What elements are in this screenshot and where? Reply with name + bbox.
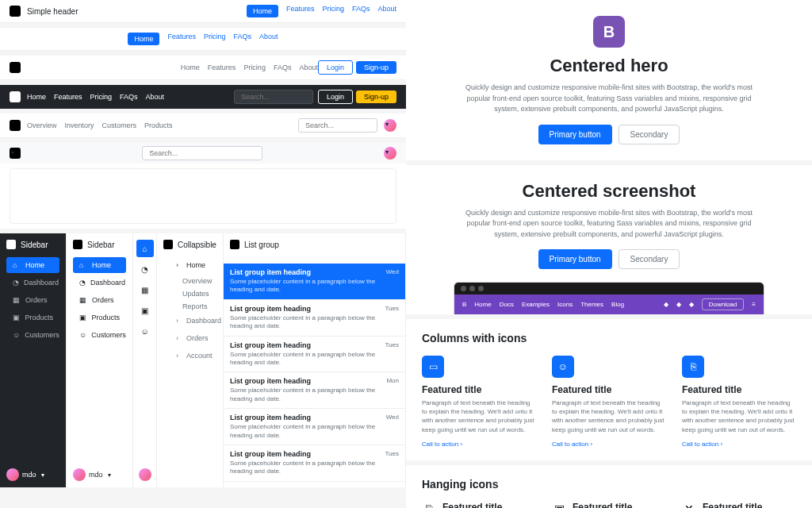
sidebar-icon-dashboard[interactable]: ◔ [136,260,154,278]
avatar-dropdown[interactable] [384,147,396,160]
list-item[interactable]: List group item headingSome placeholder … [224,300,405,337]
social-icon[interactable]: ◆ [664,301,668,308]
nav-faqs[interactable]: FAQs [120,93,138,101]
download-button[interactable]: Download [702,298,745,310]
nav-home[interactable]: Home [247,5,278,17]
sidebar-item-customers[interactable]: ☺Customers [6,327,59,343]
nav-pricing[interactable]: Pricing [322,5,344,17]
sidebar-icon-home[interactable]: ⌂ [136,240,154,257]
nav-pricing[interactable]: Pricing [204,33,226,45]
sidebar-item-home[interactable]: ⌂Home [73,257,126,273]
bnav-home[interactable]: Home [474,301,491,308]
sidebar-item-products[interactable]: ▣Products [6,310,59,325]
cta-link[interactable]: Call to action › [422,441,462,448]
header-dark: Home Features Pricing FAQs About Login S… [0,85,406,109]
sidebar-item-customers[interactable]: ☺Customers [73,327,126,343]
list-item[interactable]: List group item headingSome placeholder … [224,409,405,445]
bnav-examples[interactable]: Examples [522,301,550,308]
sidebar-icon-customers[interactable]: ☺ [136,322,154,340]
nav-faqs[interactable]: FAQs [234,33,252,45]
sub-overview[interactable]: Overview [163,275,216,287]
list-item-day: Tues [385,305,400,312]
primary-button[interactable]: Primary button [538,125,612,144]
nav-faqs[interactable]: FAQs [352,5,370,17]
list-item[interactable]: List group item headingSome placeholder … [224,264,405,300]
bnav-themes[interactable]: Themes [580,301,603,308]
login-button[interactable]: Login [318,90,353,104]
sidebar-icon-orders[interactable]: ▦ [136,281,154,298]
login-button[interactable]: Login [318,60,353,75]
nav-about[interactable]: About [259,33,278,45]
header-login: Home Features Pricing FAQs About Login S… [0,56,406,80]
nav-features[interactable]: Features [167,33,196,45]
list-item-text: Some placeholder content in a paragraph … [230,423,399,440]
header-dashboard: Overview Inventory Customers Products [0,114,406,138]
search-input[interactable] [234,90,313,104]
sub-updates[interactable]: Updates [163,287,216,300]
collapse-home[interactable]: Home [163,257,216,273]
sidebar-item-dashboard[interactable]: ◔Dashboard [73,275,126,291]
nav-home[interactable]: Home [27,93,46,101]
list-item[interactable]: List group item headingSome placeholder … [224,337,405,373]
feature-col: ▣ Featured title Paragraph of text benea… [552,502,666,508]
cta-link[interactable]: Call to action › [682,441,722,448]
user-dropdown[interactable]: mdo [6,468,59,481]
sub-reports[interactable]: Reports [163,300,216,313]
sidebar-icon-products[interactable]: ▣ [136,302,154,319]
primary-button[interactable]: Primary button [538,249,612,269]
list-item-text: Some placeholder content in a paragraph … [230,278,399,294]
collapse-account[interactable]: Account [163,348,216,364]
list-item-text: Some placeholder content in a paragraph … [230,460,399,476]
secondary-button[interactable]: Secondary [619,125,680,144]
sidebar-item-orders[interactable]: ▦Orders [73,292,126,308]
feature-col: ✕ Featured title Paragraph of text benea… [682,502,796,508]
nav-overview[interactable]: Overview [27,121,57,129]
bnav-blog[interactable]: Blog [611,301,624,308]
nav-about[interactable]: About [299,64,318,71]
nav-inventory[interactable]: Inventory [65,121,94,129]
feature-title: Featured title [703,502,796,508]
header-pills: Home Features Pricing FAQs About [0,28,406,51]
nav-home[interactable]: Home [128,33,159,45]
nav-products[interactable]: Products [144,121,173,129]
home-icon: ⌂ [79,261,87,269]
nav-features[interactable]: Features [286,5,315,17]
bootstrap-icon[interactable] [10,148,21,159]
search-input[interactable] [298,118,377,133]
sidebar-item-dashboard[interactable]: ◔Dashboard [6,275,59,291]
collapse-dashboard[interactable]: Dashboard [163,313,216,329]
signup-button[interactable]: Sign-up [356,61,396,74]
collapse-orders[interactable]: Orders [163,330,216,346]
avatar-dropdown[interactable] [139,468,151,481]
sidebar-title: Sidebar [87,241,114,249]
avatar-dropdown[interactable] [384,119,396,132]
sidebar-dark: Sidebar ⌂Home ◔Dashboard ▦Orders ▣Produc… [0,233,67,487]
list-item[interactable]: List group item headingSome placeholder … [224,445,405,482]
sidebar-item-products[interactable]: ▣Products [73,310,126,325]
social-icon[interactable]: ◆ [689,301,694,308]
nav-features[interactable]: Features [208,64,236,71]
bnav-icons[interactable]: Icons [557,301,573,308]
list-item[interactable]: List group item headingSome placeholder … [224,482,405,487]
people-icon: ☺ [13,331,20,339]
bnav-docs[interactable]: Docs [500,301,514,308]
nav-home[interactable]: Home [181,64,200,71]
social-icon[interactable]: ◆ [676,301,681,308]
nav-customers[interactable]: Customers [102,121,137,129]
sidebar-item-home[interactable]: ⌂Home [6,257,59,273]
nav-features[interactable]: Features [54,93,82,101]
search-input[interactable] [142,146,262,160]
nav-faqs[interactable]: FAQs [274,64,292,71]
nav-about[interactable]: About [146,93,165,101]
sidebar-item-orders[interactable]: ▦Orders [6,292,59,308]
nav-about[interactable]: About [377,5,396,17]
nav-pricing[interactable]: Pricing [90,93,113,101]
user-dropdown[interactable]: mdo [73,468,126,481]
list-item[interactable]: List group item headingSome placeholder … [224,372,405,409]
bootstrap-icon [10,120,21,131]
signup-button[interactable]: Sign-up [356,90,396,103]
menu-icon[interactable]: ≡ [752,301,756,308]
nav-pricing[interactable]: Pricing [243,64,266,71]
secondary-button[interactable]: Secondary [619,249,680,269]
cta-link[interactable]: Call to action › [552,441,592,448]
